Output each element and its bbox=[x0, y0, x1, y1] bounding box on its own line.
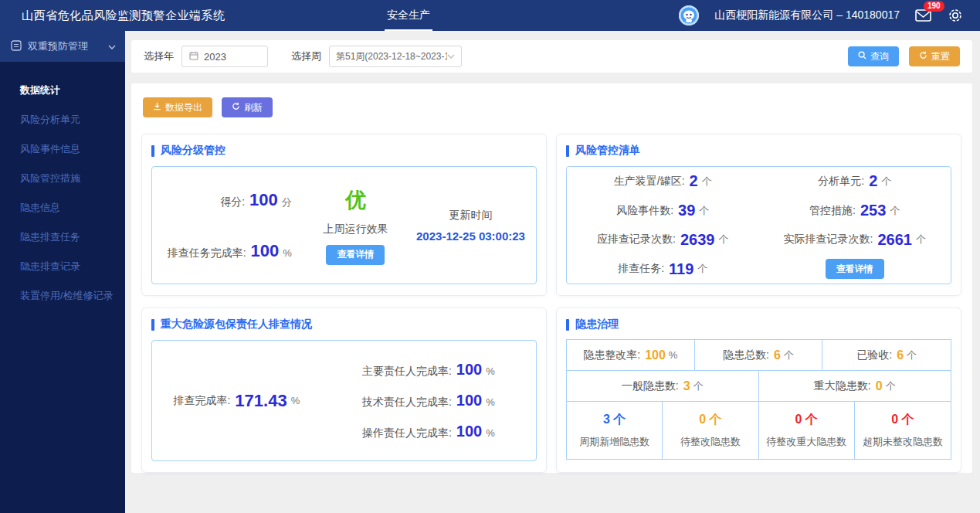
stat-value: 100 bbox=[456, 423, 482, 440]
task-rate-stat: 排查任务完成率: 100 % bbox=[168, 241, 292, 261]
sidebar: 双重预防管理 数据统计 风险分析单元 风险事件信息 风险管控措施 隐患信息 隐患… bbox=[0, 31, 125, 513]
stat-label: 分析单元: bbox=[818, 175, 864, 189]
stat-technical-responsible: 技术责任人完成率: 100 % bbox=[362, 392, 495, 409]
stat-control-measures: 管控措施: 253 个 bbox=[759, 196, 951, 226]
action-row: 数据导出 刷新 bbox=[143, 97, 961, 117]
mail-icon[interactable]: 190 bbox=[915, 8, 932, 23]
card-risk-grading: 风险分级管控 得分: 100 分 排查任务完成率: bbox=[141, 134, 547, 296]
sidebar-item-device-shutdown-records[interactable]: 装置停用/检维修记录 bbox=[0, 281, 125, 311]
stat-risk-events: 风险事件数: 39 个 bbox=[567, 196, 759, 226]
stat-value: 6 bbox=[897, 348, 904, 362]
stat-rectification-rate: 隐患整改率: 100 % bbox=[567, 340, 695, 370]
score-value: 100 bbox=[249, 190, 278, 210]
system-title: 山西省危化品风险监测预警企业端系统 bbox=[22, 8, 226, 23]
stat-unit: % bbox=[486, 427, 495, 439]
view-details-button[interactable]: 查看详情 bbox=[326, 245, 385, 265]
stat-value: 100 bbox=[456, 392, 482, 409]
stat-unit: 个 bbox=[907, 348, 917, 362]
counter-new-dangers: 3 个 周期新增隐患数 bbox=[567, 402, 663, 459]
sidebar-item-hidden-danger-info[interactable]: 隐患信息 bbox=[0, 193, 125, 223]
stat-label: 主要责任人完成率: bbox=[362, 365, 452, 379]
main-content: 选择年 2023 选择周 第51周(2023-12-18~2023-12-24 bbox=[125, 31, 980, 513]
counter-label: 待整改隐患数 bbox=[680, 435, 741, 449]
sidebar-item-data-statistics[interactable]: 数据统计 bbox=[0, 76, 125, 105]
card-hidden-danger-governance: 隐患治理 隐患整改率: 100 % 隐患总数: 6 bbox=[556, 307, 961, 473]
stat-label: 操作责任人完成率: bbox=[362, 426, 452, 440]
stat-label: 一般隐患数: bbox=[622, 379, 679, 393]
stat-unit: 个 bbox=[718, 233, 728, 246]
sidebar-item-risk-control-measures[interactable]: 风险管控措施 bbox=[0, 164, 125, 193]
calendar-icon bbox=[189, 51, 198, 63]
stat-value: 253 bbox=[860, 202, 886, 219]
stat-label: 实际排查记录次数: bbox=[784, 233, 873, 246]
sidebar-item-risk-event-info[interactable]: 风险事件信息 bbox=[0, 134, 125, 164]
stat-value: 6 bbox=[774, 348, 781, 362]
card-title-text: 风险管控清单 bbox=[575, 144, 640, 158]
stat-value: 0 bbox=[876, 379, 883, 393]
card-title-text: 风险分级管控 bbox=[161, 144, 226, 158]
query-button[interactable]: 查询 bbox=[848, 46, 899, 66]
stat-inspection-completion: 排查完成率: 171.43 % bbox=[152, 341, 321, 460]
risk-grading-box: 得分: 100 分 排查任务完成率: 100 % bbox=[151, 166, 537, 284]
query-button-label: 查询 bbox=[870, 50, 889, 63]
refresh-label: 刷新 bbox=[244, 101, 263, 114]
week-select[interactable]: 第51周(2023-12-18~2023-12-24 bbox=[329, 46, 462, 67]
reset-button-label: 重置 bbox=[931, 50, 950, 63]
task-rate-value: 100 bbox=[251, 241, 280, 261]
stat-value: 2639 bbox=[680, 231, 715, 249]
stat-label: 应排查记录次数: bbox=[597, 233, 676, 246]
stat-label: 已验收: bbox=[856, 348, 892, 362]
stat-label: 排查完成率: bbox=[173, 394, 230, 408]
year-input[interactable]: 2023 bbox=[181, 46, 268, 67]
update-time-value: 2023-12-25 03:00:23 bbox=[416, 229, 525, 243]
card-title-text: 重大危险源包保责任人排查情况 bbox=[161, 318, 312, 331]
view-details-button[interactable]: 查看详情 bbox=[826, 259, 884, 279]
data-export-button[interactable]: 数据导出 bbox=[143, 97, 212, 117]
refresh-icon bbox=[232, 102, 240, 113]
topbar-right: 山西梗阳新能源有限公司 – 140180017 190 bbox=[679, 5, 963, 25]
stat-label: 隐患整改率: bbox=[583, 348, 640, 362]
avatar[interactable] bbox=[679, 5, 699, 25]
stat-unit: 个 bbox=[699, 204, 709, 218]
stat-unit: % bbox=[291, 395, 300, 406]
gear-icon[interactable] bbox=[948, 8, 963, 23]
sidebar-item-inspection-tasks[interactable]: 隐患排查任务 bbox=[0, 223, 125, 252]
card-major-hazard-title: 重大危险源包保责任人排查情况 bbox=[151, 318, 537, 331]
grade-value: 优 bbox=[345, 186, 366, 214]
counter-label: 超期未整改隐患数 bbox=[863, 435, 943, 449]
stat-unit: 个 bbox=[916, 233, 926, 246]
counter-overdue-unrectified: 0 个 超期未整改隐患数 bbox=[855, 402, 951, 459]
stat-value: 100 bbox=[645, 348, 666, 362]
stat-value: 2 bbox=[690, 172, 698, 190]
counter-value: 3 个 bbox=[603, 412, 626, 428]
title-bar bbox=[566, 319, 569, 331]
counter-label: 待整改重大隐患数 bbox=[766, 435, 846, 449]
sidebar-group-dual-prevention[interactable]: 双重预防管理 bbox=[0, 31, 125, 62]
mail-badge: 190 bbox=[924, 1, 944, 12]
sidebar-item-risk-analysis-unit[interactable]: 风险分析单元 bbox=[0, 105, 125, 134]
reset-button[interactable]: 重置 bbox=[909, 46, 960, 66]
stat-label: 排查任务: bbox=[618, 262, 664, 276]
stat-accepted: 已验收: 6 个 bbox=[822, 340, 951, 370]
title-bar bbox=[151, 145, 154, 157]
score-label: 得分: bbox=[220, 195, 245, 209]
hidden-danger-table: 隐患整改率: 100 % 隐患总数: 6 个 已验收: bbox=[566, 339, 951, 460]
reset-icon bbox=[919, 51, 927, 62]
tab-safety-production[interactable]: 安全生产 bbox=[385, 0, 432, 31]
sidebar-item-inspection-records[interactable]: 隐患排查记录 bbox=[0, 252, 125, 281]
counter-value: 0 个 bbox=[891, 412, 914, 428]
card-risk-grading-title: 风险分级管控 bbox=[151, 144, 537, 158]
stat-label: 管控措施: bbox=[809, 204, 856, 218]
stat-unit: 个 bbox=[702, 175, 712, 189]
year-value: 2023 bbox=[204, 51, 226, 63]
sidebar-items: 数据统计 风险分析单元 风险事件信息 风险管控措施 隐患信息 隐患排查任务 隐患… bbox=[0, 62, 125, 311]
filter-panel: 选择年 2023 选择周 第51周(2023-12-18~2023-12-24 bbox=[131, 40, 972, 73]
card-risk-control-list: 风险管控清单 生产装置/罐区: 2 个 分析单元: 2 bbox=[556, 134, 961, 296]
content-panel: 数据导出 刷新 风险分级管控 bbox=[131, 83, 972, 473]
card-risk-control-list-title: 风险管控清单 bbox=[566, 144, 951, 158]
score-stat: 得分: 100 分 bbox=[220, 190, 292, 210]
stat-unit: % bbox=[486, 365, 495, 377]
counter-label: 周期新增隐患数 bbox=[579, 435, 649, 449]
refresh-button[interactable]: 刷新 bbox=[222, 97, 273, 117]
stat-label: 生产装置/罐区: bbox=[614, 175, 685, 189]
